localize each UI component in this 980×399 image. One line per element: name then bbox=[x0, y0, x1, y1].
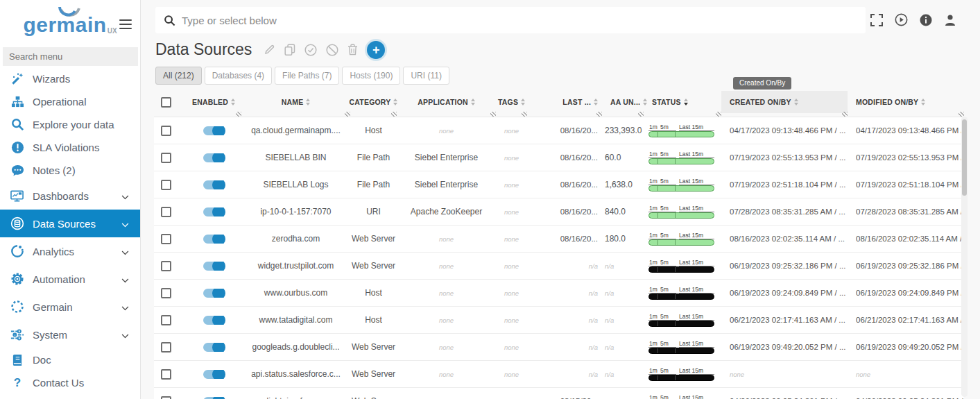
enabled-toggle[interactable] bbox=[203, 262, 224, 271]
sort-icon[interactable] bbox=[594, 99, 598, 105]
fullscreen-icon[interactable] bbox=[870, 14, 883, 26]
tab-uri-11[interactable]: URI (11) bbox=[403, 67, 449, 85]
row-checkbox[interactable] bbox=[161, 342, 171, 353]
status-sparkline[interactable]: 1m5mLast 15m bbox=[648, 151, 714, 164]
column-header-aa-un[interactable]: AA UN... bbox=[602, 91, 644, 113]
table-row[interactable]: SIEBELLAB BIN File Path Siebel Enterpris… bbox=[154, 144, 964, 171]
status-sparkline[interactable]: 1m5mLast 15m bbox=[648, 232, 714, 246]
row-checkbox[interactable] bbox=[161, 315, 171, 325]
status-sparkline[interactable]: 1m5mLast 15m bbox=[648, 394, 714, 399]
sidebar-item-label: System bbox=[33, 329, 121, 341]
status-sparkline[interactable]: 1m5mLast 15m bbox=[648, 124, 714, 137]
sidebar-item-automation[interactable]: Automation bbox=[0, 265, 140, 293]
row-checkbox[interactable] bbox=[161, 396, 171, 399]
scrollbar-thumb[interactable] bbox=[962, 119, 967, 196]
ban-icon[interactable] bbox=[326, 44, 338, 56]
row-checkbox[interactable] bbox=[161, 180, 171, 190]
sort-icon[interactable] bbox=[684, 99, 688, 105]
table-row[interactable]: SIEBELLAB Logs File Path Siebel Enterpri… bbox=[154, 171, 964, 198]
status-sparkline[interactable]: 1m5mLast 15m bbox=[648, 259, 714, 273]
table-row[interactable]: ...lightning.force.c... Web Server none … bbox=[154, 388, 964, 399]
sidebar-item-explore-your-data[interactable]: Explore your data bbox=[0, 113, 140, 136]
status-sparkline[interactable]: 1m5mLast 15m bbox=[648, 367, 714, 381]
status-sparkline[interactable]: 1m5mLast 15m bbox=[648, 340, 714, 354]
sidebar-item-sla-violations[interactable]: SLA Violations bbox=[0, 136, 140, 159]
enabled-toggle[interactable] bbox=[203, 207, 224, 217]
sort-icon[interactable] bbox=[521, 99, 525, 105]
sort-icon[interactable] bbox=[794, 99, 798, 105]
enabled-toggle[interactable] bbox=[203, 153, 224, 162]
status-sparkline[interactable]: 1m5mLast 15m bbox=[648, 286, 714, 300]
column-header-enabled[interactable]: ENABLED bbox=[186, 91, 241, 113]
row-checkbox[interactable] bbox=[161, 153, 171, 163]
hamburger-menu-icon[interactable] bbox=[119, 17, 132, 32]
sort-icon[interactable] bbox=[921, 99, 925, 105]
enabled-toggle[interactable] bbox=[203, 289, 224, 298]
column-header-created-on-by[interactable]: CREATED ON/BY bbox=[721, 91, 848, 113]
search-input[interactable] bbox=[182, 15, 857, 26]
sidebar-item-contact-us[interactable]: ? Contact Us bbox=[0, 371, 140, 394]
trash-icon[interactable] bbox=[347, 44, 358, 56]
table-row[interactable]: ip-10-0-1-157:7070 URI Apache ZooKeeper … bbox=[154, 198, 964, 226]
column-header-modified-on-by[interactable]: MODIFIED ON/BY bbox=[848, 91, 964, 113]
row-checkbox[interactable] bbox=[161, 288, 171, 298]
column-header-last[interactable]: LAST ... bbox=[527, 91, 602, 113]
status-sparkline[interactable]: 1m5mLast 15m bbox=[648, 313, 714, 327]
status-sparkline[interactable]: 1m5mLast 15m bbox=[648, 178, 714, 192]
sidebar-item-system[interactable]: System bbox=[0, 321, 140, 348]
row-checkbox[interactable] bbox=[161, 261, 171, 271]
enabled-toggle[interactable] bbox=[203, 316, 224, 325]
created-cell: 06/19/2023 09:25:32.186 PM / ... bbox=[721, 262, 848, 270]
enabled-toggle[interactable] bbox=[203, 343, 224, 352]
enabled-toggle[interactable] bbox=[203, 397, 224, 399]
table-row[interactable]: www.ourbus.com Host none none n/a n/a 1m… bbox=[154, 280, 964, 307]
sort-icon[interactable] bbox=[471, 99, 475, 105]
status-sparkline[interactable]: 1m5mLast 15m bbox=[648, 205, 714, 219]
vertical-scrollbar[interactable] bbox=[961, 117, 968, 397]
sort-icon[interactable] bbox=[231, 99, 235, 105]
tab-all-212[interactable]: All (212) bbox=[155, 67, 202, 85]
table-row[interactable]: www.tatadigital.com Host none none n/a n… bbox=[154, 307, 964, 334]
info-icon[interactable] bbox=[920, 14, 932, 26]
column-header-tags[interactable]: TAGS bbox=[496, 91, 527, 113]
sort-icon[interactable] bbox=[306, 99, 310, 105]
column-header-name[interactable]: NAME bbox=[241, 91, 350, 113]
table-row[interactable]: zerodha.com Web Server none none 08/16/2… bbox=[154, 226, 964, 253]
row-checkbox[interactable] bbox=[161, 207, 171, 217]
select-all-checkbox[interactable] bbox=[161, 97, 171, 108]
copy-icon[interactable] bbox=[284, 44, 295, 56]
enabled-toggle[interactable] bbox=[203, 126, 224, 135]
add-icon[interactable]: + bbox=[367, 41, 385, 59]
sidebar-item-notes-2[interactable]: Notes (2) bbox=[0, 159, 140, 182]
column-header-status[interactable]: STATUS bbox=[644, 91, 721, 113]
row-checkbox[interactable] bbox=[161, 126, 171, 136]
sidebar-item-dashboards[interactable]: Dashboards bbox=[0, 182, 140, 210]
table-row[interactable]: widget.trustpilot.com Web Server none no… bbox=[154, 253, 964, 280]
user-icon[interactable] bbox=[944, 14, 956, 26]
row-checkbox[interactable] bbox=[161, 234, 171, 244]
column-header-category[interactable]: CATEGORY bbox=[350, 91, 397, 113]
tab-hosts-190[interactable]: Hosts (190) bbox=[342, 67, 400, 85]
table-row[interactable]: qa.cloud.germainapm.... Host none none 0… bbox=[154, 117, 964, 144]
sidebar-item-wizards[interactable]: Wizards bbox=[0, 67, 140, 90]
sidebar-item-analytics[interactable]: Analytics bbox=[0, 237, 140, 265]
created-cell: 07/19/2023 02:55:13.953 PM / ... bbox=[721, 153, 848, 162]
sidebar-item-operational[interactable]: Operational bbox=[0, 90, 140, 113]
table-row[interactable]: googleads.g.doublecli... Web Server none… bbox=[154, 334, 964, 361]
sidebar-search-input[interactable] bbox=[3, 47, 138, 66]
column-header-application[interactable]: APPLICATION bbox=[397, 91, 496, 113]
tab-databases-4[interactable]: Databases (4) bbox=[205, 67, 272, 85]
table-row[interactable]: api.status.salesforce.c... Web Server no… bbox=[154, 361, 964, 388]
enabled-toggle[interactable] bbox=[203, 235, 224, 244]
check-circle-icon[interactable] bbox=[304, 44, 317, 56]
edit-icon[interactable] bbox=[264, 44, 275, 56]
tab-file-paths-7[interactable]: File Paths (7) bbox=[275, 67, 339, 85]
sidebar-item-label: Operational bbox=[33, 96, 132, 108]
enabled-toggle[interactable] bbox=[203, 370, 224, 379]
enabled-toggle[interactable] bbox=[203, 180, 224, 189]
sidebar-item-data-sources[interactable]: Data Sources bbox=[0, 210, 140, 237]
sidebar-item-doc[interactable]: Doc bbox=[0, 348, 140, 371]
play-icon[interactable] bbox=[895, 13, 908, 26]
row-checkbox[interactable] bbox=[161, 369, 171, 380]
sidebar-item-germain[interactable]: Germain bbox=[0, 293, 140, 321]
